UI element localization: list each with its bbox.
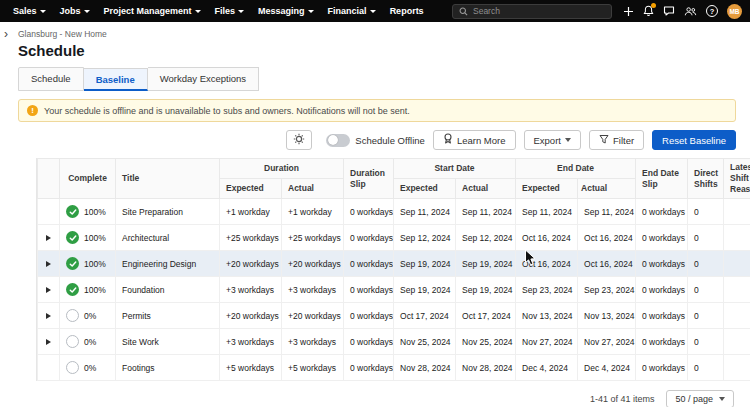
task-title[interactable]: Foundation [116, 277, 220, 303]
start-date-expected-cell: Sep 19, 2024 [394, 277, 456, 303]
start-date-expected-cell: Nov 28, 2024 [394, 355, 456, 381]
offline-warning-banner: ! Your schedule is offline and is unavai… [18, 99, 736, 122]
nav-item-reports[interactable]: Reports [383, 0, 431, 22]
schedule-offline-toggle-label: Schedule Offline [355, 135, 425, 146]
expand-cell[interactable] [38, 251, 60, 277]
user-avatar[interactable]: MB [727, 4, 742, 19]
add-icon[interactable] [623, 6, 634, 17]
expand-cell[interactable] [38, 199, 60, 225]
task-title[interactable]: Permits [116, 303, 220, 329]
expand-row-icon[interactable] [46, 261, 51, 267]
breadcrumb[interactable]: Glansburg - New Home [18, 29, 750, 39]
latest-shift-reason-cell [724, 355, 750, 381]
table-row[interactable]: 0% Footings +5 workdays +5 workdays 0 wo… [38, 355, 750, 381]
table-row[interactable]: 100% Site Preparation +1 workday +1 work… [38, 199, 750, 225]
tab-schedule[interactable]: Schedule [18, 67, 84, 91]
end-date-actual-cell: Dec 4, 2024 [578, 355, 636, 381]
completion-status-icon [66, 283, 79, 296]
filter-button[interactable]: Filter [589, 130, 644, 150]
tab-workday-exceptions[interactable]: Workday Exceptions [148, 67, 259, 91]
task-title[interactable]: Footings [116, 355, 220, 381]
warning-icon: ! [27, 105, 38, 116]
expand-row-icon[interactable] [46, 313, 51, 319]
latest-shift-reason-column-header: Latest Shift Reason [724, 159, 750, 199]
expand-row-icon[interactable] [46, 287, 51, 293]
end-date-expected-cell: Oct 16, 2024 [516, 251, 578, 277]
expand-row-icon[interactable] [46, 339, 51, 345]
start-actual-subheader: Actual [456, 179, 516, 199]
messages-chat-icon[interactable] [663, 5, 675, 17]
chevron-down-icon [238, 10, 244, 13]
search-icon [459, 2, 468, 20]
end-date-expected-cell: Nov 13, 2024 [516, 303, 578, 329]
start-date-actual-cell: Sep 19, 2024 [456, 251, 516, 277]
settings-button[interactable] [286, 130, 312, 150]
expand-cell[interactable] [38, 355, 60, 381]
task-title[interactable]: Site Work [116, 329, 220, 355]
complete-cell: 0% [60, 355, 116, 381]
nav-item-messaging[interactable]: Messaging [251, 0, 321, 22]
direct-shifts-cell: 0 [688, 303, 724, 329]
page-size-select[interactable]: 50 / page [666, 390, 734, 407]
search-input[interactable] [473, 6, 605, 16]
expand-row-icon[interactable] [46, 235, 51, 241]
chevron-down-icon [195, 10, 201, 13]
schedule-offline-toggle[interactable] [326, 134, 350, 147]
table-row[interactable]: 100% Engineering Design +20 workdays +20… [38, 251, 750, 277]
reset-baseline-button[interactable]: Reset Baseline [652, 130, 736, 150]
table-row[interactable]: 100% Architectural +25 workdays +25 work… [38, 225, 750, 251]
pagination-bar: 1-41 of 41 items 50 / page [18, 381, 750, 407]
duration-group-header: Duration [220, 159, 344, 179]
nav-item-financial[interactable]: Financial [321, 0, 383, 22]
nav-item-label: Files [215, 6, 236, 16]
latest-shift-reason-cell [724, 329, 750, 355]
nav-item-sales[interactable]: Sales [6, 0, 53, 22]
expand-cell[interactable] [38, 329, 60, 355]
start-date-actual-cell: Nov 25, 2024 [456, 329, 516, 355]
end-date-group-header: End Date [516, 159, 636, 179]
table-row[interactable]: 100% Foundation +3 workdays +3 workdays … [38, 277, 750, 303]
end-date-expected-cell: Sep 11, 2024 [516, 199, 578, 225]
export-button[interactable]: Export [524, 130, 581, 150]
direct-shifts-cell: 0 [688, 251, 724, 277]
complete-cell: 100% [60, 277, 116, 303]
task-title[interactable]: Architectural [116, 225, 220, 251]
expand-cell[interactable] [38, 225, 60, 251]
duration-actual-cell: +5 workdays [282, 355, 344, 381]
table-row[interactable]: 0% Site Work +3 workdays +3 workdays 0 w… [38, 329, 750, 355]
toggle-knob [328, 135, 338, 145]
help-icon[interactable]: ? [706, 5, 718, 17]
nav-item-files[interactable]: Files [208, 0, 252, 22]
sidebar-expand-chevron-icon[interactable]: › [4, 28, 8, 40]
end-date-slip-cell: 0 workdays [636, 251, 688, 277]
direct-shifts-cell: 0 [688, 277, 724, 303]
notifications-bell-icon[interactable] [643, 5, 654, 17]
latest-shift-reason-cell [724, 199, 750, 225]
learn-more-button[interactable]: Learn More [433, 130, 516, 150]
duration-slip-cell: 0 workdays [344, 329, 394, 355]
expand-cell[interactable] [38, 303, 60, 329]
nav-item-jobs[interactable]: Jobs [53, 0, 97, 22]
nav-item-label: Jobs [60, 6, 81, 16]
tab-baseline[interactable]: Baseline [84, 68, 148, 91]
reset-baseline-label: Reset Baseline [662, 135, 726, 146]
expand-column-header [38, 159, 60, 199]
completion-status-icon [66, 361, 79, 374]
task-title[interactable]: Site Preparation [116, 199, 220, 225]
end-date-actual-cell: Sep 23, 2024 [578, 277, 636, 303]
tab-bar: Schedule Baseline Workday Exceptions [18, 67, 750, 91]
nav-item-project-management[interactable]: Project Management [97, 0, 208, 22]
completion-status-icon [66, 205, 79, 218]
complete-cell: 100% [60, 251, 116, 277]
start-date-actual-cell: Nov 28, 2024 [456, 355, 516, 381]
chevron-down-icon [84, 10, 90, 13]
community-people-icon[interactable] [684, 6, 697, 17]
task-title[interactable]: Engineering Design [116, 251, 220, 277]
global-search[interactable] [452, 4, 612, 19]
table-row[interactable]: 0% Permits +20 workdays +20 workdays 0 w… [38, 303, 750, 329]
gear-icon [293, 131, 305, 149]
expand-cell[interactable] [38, 277, 60, 303]
duration-slip-cell: 0 workdays [344, 199, 394, 225]
badge-icon [443, 133, 453, 147]
end-date-slip-cell: 0 workdays [636, 355, 688, 381]
